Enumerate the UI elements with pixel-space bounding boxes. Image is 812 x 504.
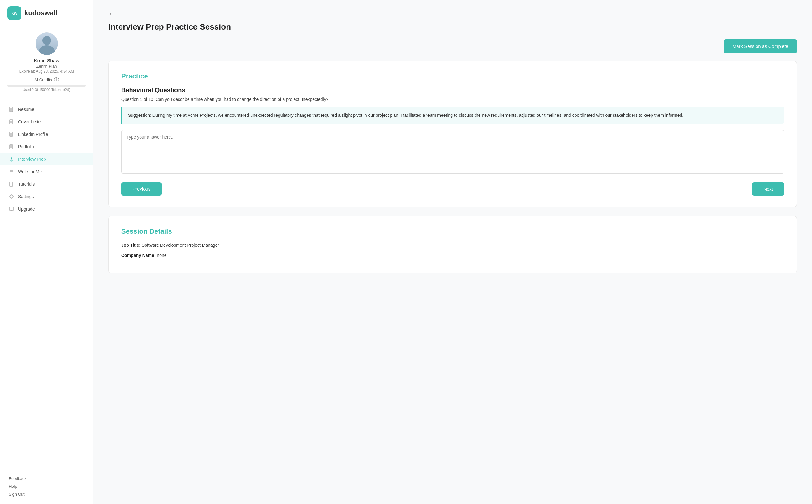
practice-card: Practice Behavioral Questions Question 1… [108,61,797,207]
avatar-image [36,32,58,55]
logo-area: kw kudoswall [0,0,93,26]
tutorials-icon [9,181,14,187]
linkedin-icon [9,131,14,137]
header-row: Mark Session as Complete [108,39,797,53]
previous-button[interactable]: Previous [121,182,162,196]
svg-rect-25 [9,207,14,210]
sidebar-item-label-cover-letter: Cover Letter [18,119,42,124]
credits-label: Used 0 Of 150000 Tokens (0%) [7,88,86,92]
credits-bar-bg [7,85,86,87]
sidebar-nav: ResumeCover LetterLinkedIn ProfilePortfo… [0,97,93,471]
footer-link-signout[interactable]: Sign Out [9,492,84,497]
interview-prep-icon [9,156,14,162]
ai-credits-label-row: AI Credits i [34,77,59,82]
footer-link-help[interactable]: Help [9,484,84,489]
company-name-label: Company Name: [121,253,155,258]
answer-textarea[interactable] [121,130,784,174]
svg-point-16 [11,159,12,160]
portfolio-icon [9,144,14,150]
profile-name: Kiran Shaw [34,58,60,63]
job-title-row: Job Title: Software Development Project … [121,242,784,249]
ai-credits-text: AI Credits [34,78,52,82]
question-text: Question 1 of 10: Can you describe a tim… [121,97,784,102]
company-name-row: Company Name: none [121,252,784,259]
sidebar-item-label-portfolio: Portfolio [18,144,34,149]
suggestion-box: Suggestion: During my time at Acme Proje… [121,107,784,124]
sidebar: kw kudoswall Kiran Shaw Zenith Plan Expi… [0,0,93,504]
logo-name: kudoswall [24,9,57,17]
profile-expiry: Expire at: Aug 23, 2025, 4:34 AM [19,69,74,74]
svg-point-24 [11,196,12,197]
job-title-label: Job Title: [121,243,141,248]
back-button[interactable]: ← [108,10,115,17]
company-name-value-text: none [157,253,166,258]
mark-complete-button[interactable]: Mark Session as Complete [724,39,797,53]
sidebar-item-label-interview-prep: Interview Prep [18,157,46,162]
cover-letter-icon [9,119,14,125]
profile-section: Kiran Shaw Zenith Plan Expire at: Aug 23… [0,26,93,97]
sidebar-item-label-resume: Resume [18,107,34,112]
sidebar-item-portfolio[interactable]: Portfolio [0,140,93,153]
job-title-value-text: Software Development Project Manager [142,243,219,248]
page-title: Interview Prep Practice Session [108,22,797,32]
avatar [36,32,58,55]
sidebar-item-label-tutorials: Tutorials [18,182,35,187]
sidebar-item-tutorials[interactable]: Tutorials [0,178,93,190]
sidebar-item-label-linkedin: LinkedIn Profile [18,132,48,137]
upgrade-icon [9,206,14,212]
resume-icon [9,107,14,112]
sidebar-item-resume[interactable]: Resume [0,103,93,116]
sidebar-item-cover-letter[interactable]: Cover Letter [0,116,93,128]
credits-bar-wrap: Used 0 Of 150000 Tokens (0%) [7,85,86,92]
sidebar-item-settings[interactable]: Settings [0,190,93,203]
session-details-card: Session Details Job Title: Software Deve… [108,216,797,273]
nav-buttons: Previous Next [121,182,784,196]
profile-plan: Zenith Plan [36,64,57,69]
sidebar-footer: FeedbackHelpSign Out [0,471,93,504]
main-content: ← Interview Prep Practice Session Mark S… [93,0,812,504]
logo-icon: kw [7,6,21,20]
write-for-me-icon [9,169,14,174]
sidebar-item-label-write-for-me: Write for Me [18,169,42,174]
question-category: Behavioral Questions [121,87,784,94]
sidebar-item-label-settings: Settings [18,194,34,199]
settings-icon [9,194,14,199]
sidebar-item-label-upgrade: Upgrade [18,207,35,212]
info-icon[interactable]: i [54,77,59,82]
sidebar-item-write-for-me[interactable]: Write for Me [0,165,93,178]
sidebar-item-linkedin[interactable]: LinkedIn Profile [0,128,93,140]
sidebar-item-interview-prep[interactable]: Interview Prep [0,153,93,165]
sidebar-item-upgrade[interactable]: Upgrade [0,203,93,215]
session-details-title: Session Details [121,227,784,235]
footer-link-feedback[interactable]: Feedback [9,476,84,481]
practice-section-title: Practice [121,72,784,80]
next-button[interactable]: Next [752,182,784,196]
